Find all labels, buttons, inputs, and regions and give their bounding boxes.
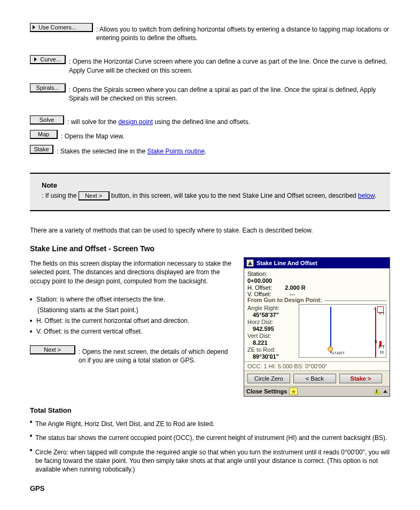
next-button[interactable]: Next > — [30, 345, 75, 354]
app-icon — [246, 259, 254, 267]
shot-hoff-label: H. Offset: — [247, 284, 272, 291]
ze-rod-value: 89°30'01" — [253, 353, 295, 360]
ts-line3: Circle Zero: when tapped will compute th… — [35, 448, 390, 474]
vert-dist-value: 8.221 — [253, 339, 295, 346]
note-box: Note : If using the Next > button, in th… — [30, 173, 390, 211]
station-line: Station: is where the offset intersects … — [30, 295, 233, 304]
shot-station-label: Station: — [247, 271, 386, 277]
solve-label: Solve — [40, 117, 55, 123]
screenshot-panel: Stake Line And Offset Station: 0+00.000 … — [244, 257, 390, 397]
map-label: Map — [38, 131, 49, 137]
next-desc: : Opens the next screen, the details of … — [79, 347, 233, 365]
screenshot-title: Stake Line And Offset — [256, 260, 317, 266]
solve-desc-wrap: : will solve for the design point using … — [67, 118, 390, 126]
voffset-line: V. Offset: is the current vertical offse… — [30, 327, 233, 336]
hoffset-line: H. Offset: is the current horizontal off… — [30, 316, 233, 325]
warning-icon — [374, 388, 381, 395]
shot-station-value: 0+00.000 — [247, 277, 386, 284]
screen-body: The fields on this screen display the in… — [30, 259, 233, 285]
below-link[interactable]: below — [358, 192, 375, 199]
spirals-button[interactable]: Spirals... — [30, 83, 66, 92]
spirals-desc: : Opens the Spirals screen where you can… — [69, 86, 390, 103]
spirals-label: Spirals... — [36, 84, 59, 91]
fieldset-divider: From Gun to Design Point: — [247, 300, 386, 302]
arrow-right-icon — [34, 57, 37, 61]
chevron-up-icon[interactable] — [383, 390, 387, 393]
circle-zero-button[interactable]: Circle Zero — [247, 374, 290, 383]
use-corners-label: Use Corners... — [38, 24, 76, 30]
shot-readings: Angle Right: 45°58'37" Horz Dist: 942.59… — [247, 304, 295, 360]
shot-map: 4 PT 5 PT H START — [299, 304, 386, 358]
angle-right-value: 45°58'37" — [253, 312, 295, 318]
section-heading: Stake Line and Offset - Screen Two — [30, 244, 390, 253]
stake-desc-wrap: : Stakes the selected line in the Stake … — [57, 147, 390, 156]
use-corners-button[interactable]: Use Corners... — [30, 23, 93, 32]
curve-desc: : Opens the Horizontal Curve screen wher… — [69, 57, 390, 74]
note-body: : If using the Next > button, in this sc… — [42, 191, 378, 200]
curve-button[interactable]: Curve... — [30, 55, 66, 64]
solve-button[interactable]: Solve — [30, 115, 64, 125]
methods-intro: There are a variety of methods that can … — [30, 226, 390, 235]
next-btn-label: Next > — [44, 346, 61, 353]
total-station-heading: Total Station — [30, 406, 390, 414]
ts-line1: The Angle Right, Horiz Dist, Vert Dist, … — [35, 420, 390, 428]
arrow-right-icon — [33, 25, 35, 29]
map-button[interactable]: Map — [30, 130, 58, 139]
stake-btn-label: Stake — [34, 146, 49, 152]
star-icon[interactable]: ★ — [289, 388, 298, 395]
gps-heading: GPS — [30, 484, 390, 492]
map-desc: : Opens the Map view. — [61, 132, 390, 141]
screenshot-titlebar: Stake Line And Offset — [244, 258, 390, 268]
fieldset-legend: From Gun to Design Point: — [247, 297, 324, 303]
note-title: Note — [42, 181, 378, 189]
stake-button-doc[interactable]: Stake — [30, 145, 53, 154]
shot-status-bar: OCC: 1 HI: 5.000 BS: 0°00'00" — [244, 361, 390, 371]
ts-line2: The status bar shows the current occupie… — [35, 434, 390, 442]
horz-dist-value: 942.595 — [253, 326, 295, 332]
station-sub: (Stationing starts at the Start point.) — [37, 306, 233, 314]
close-settings-label[interactable]: Close Settings — [246, 388, 287, 395]
next-button-note[interactable]: Next > — [79, 191, 110, 200]
shot-hoff-value: 2.000 R — [285, 284, 306, 291]
back-button[interactable]: < Back — [293, 374, 336, 383]
design-point-link[interactable]: design point — [118, 118, 153, 126]
stake-points-link[interactable]: Stake Points routine — [147, 148, 204, 155]
stake-button[interactable]: Stake > — [339, 374, 382, 383]
curve-label: Curve... — [40, 56, 61, 63]
use-corners-desc: : Allows you to switch from defining hor… — [96, 25, 390, 42]
